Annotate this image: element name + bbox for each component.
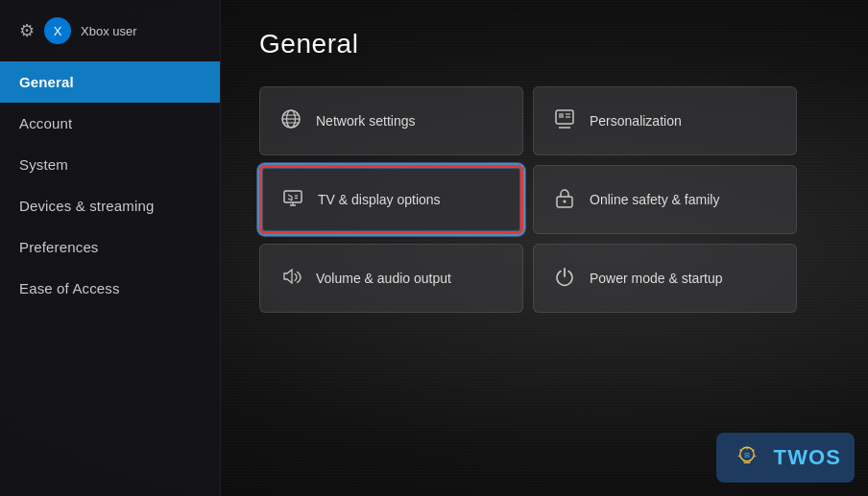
sidebar-item-system[interactable]: System	[0, 144, 220, 185]
online-safety-family-card[interactable]: Online safety & family	[533, 165, 797, 234]
power-icon	[553, 266, 576, 292]
svg-marker-20	[284, 270, 292, 283]
settings-grid: Network settings Personalization	[259, 86, 797, 313]
sidebar-nav: General Account System Devices & streami…	[0, 61, 220, 309]
twos-badge: TWOS	[716, 433, 855, 483]
main-content: General Network settings	[221, 0, 868, 496]
svg-point-19	[564, 200, 567, 202]
tv-icon	[281, 187, 304, 213]
svg-line-13	[288, 195, 292, 197]
svg-rect-6	[559, 113, 564, 118]
profile-name: Xbox user	[81, 24, 137, 38]
svg-rect-5	[556, 110, 573, 124]
svg-point-23	[744, 456, 746, 458]
personalization-label: Personalization	[590, 112, 682, 130]
network-settings-label: Network settings	[316, 112, 415, 130]
volume-icon	[279, 266, 302, 292]
online-safety-family-label: Online safety & family	[590, 191, 719, 208]
personalization-card[interactable]: Personalization	[533, 86, 797, 155]
twos-text: TWOS	[774, 445, 841, 470]
svg-point-21	[730, 440, 764, 475]
svg-rect-10	[284, 191, 301, 202]
sidebar: ⚙ X Xbox user General Account System Dev…	[0, 0, 221, 496]
svg-line-15	[288, 199, 292, 201]
sidebar-item-general[interactable]: General	[0, 61, 220, 103]
power-mode-startup-card[interactable]: Power mode & startup	[533, 244, 797, 313]
tv-display-options-card[interactable]: TV & display options	[259, 165, 523, 234]
volume-audio-output-label: Volume & audio output	[316, 270, 451, 287]
power-mode-startup-label: Power mode & startup	[590, 270, 723, 287]
sidebar-item-preferences[interactable]: Preferences	[0, 226, 220, 268]
gear-icon: ⚙	[19, 20, 35, 41]
avatar: X	[44, 17, 71, 44]
network-icon	[279, 108, 302, 134]
sidebar-item-ease-of-access[interactable]: Ease of Access	[0, 268, 220, 309]
tv-display-options-label: TV & display options	[318, 191, 441, 208]
sidebar-item-devices-streaming[interactable]: Devices & streaming	[0, 185, 220, 226]
svg-point-24	[748, 456, 750, 458]
volume-audio-output-card[interactable]: Volume & audio output	[259, 244, 523, 313]
personalization-icon	[553, 108, 576, 134]
app-layout: ⚙ X Xbox user General Account System Dev…	[0, 0, 868, 496]
twos-bulb-icon	[730, 440, 764, 475]
sidebar-item-account[interactable]: Account	[0, 103, 220, 144]
network-settings-card[interactable]: Network settings	[259, 86, 523, 155]
sidebar-header: ⚙ X Xbox user	[0, 17, 220, 61]
lock-icon	[553, 187, 576, 213]
page-title: General	[259, 29, 830, 59]
